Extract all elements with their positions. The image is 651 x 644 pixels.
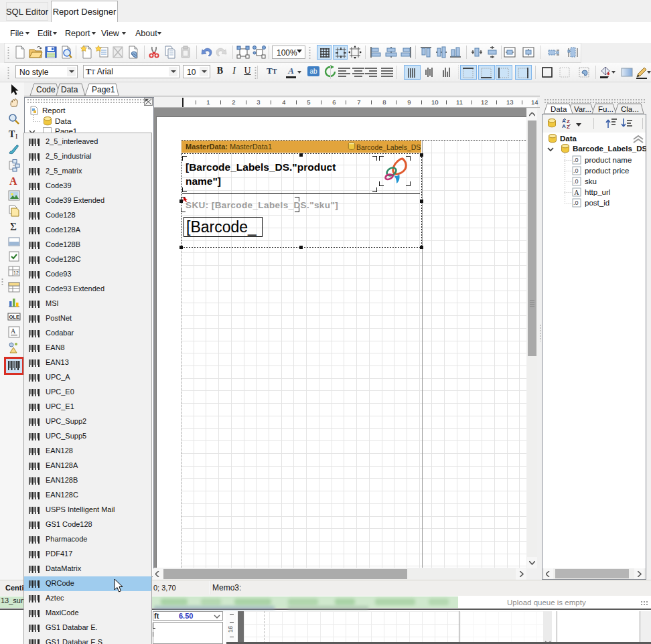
- svg-text:Var...: Var...: [574, 105, 591, 113]
- svg-text:Data: Data: [551, 105, 567, 113]
- svg-text:Page1: Page1: [92, 85, 115, 94]
- svg-text:Fu...: Fu...: [598, 105, 613, 113]
- svg-text:Cla...: Cla...: [621, 105, 639, 113]
- svg-text:A: A: [574, 189, 579, 196]
- svg-text:12: 12: [13, 270, 19, 275]
- svg-text:A: A: [11, 327, 16, 335]
- svg-text:.0: .0: [573, 167, 579, 174]
- svg-text:I: I: [15, 133, 17, 140]
- svg-text:.0: .0: [573, 199, 579, 206]
- svg-text:.0: .0: [573, 178, 579, 185]
- svg-text:Σ: Σ: [10, 220, 17, 233]
- svg-text:Data: Data: [61, 85, 78, 94]
- svg-text:T: T: [9, 129, 15, 139]
- svg-text:Code: Code: [36, 85, 56, 94]
- svg-text:OLE: OLE: [9, 314, 19, 320]
- svg-text:A: A: [562, 123, 566, 129]
- svg-text:A: A: [9, 175, 17, 187]
- svg-text:.0: .0: [573, 157, 579, 163]
